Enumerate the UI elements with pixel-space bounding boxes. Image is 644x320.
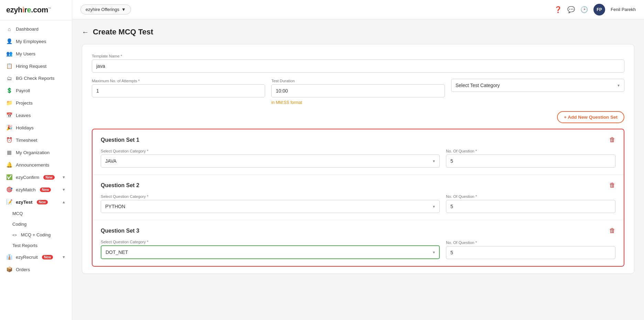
page-header: ← Create MCQ Test	[82, 28, 634, 36]
sidebar-item-label: Payroll	[16, 88, 30, 93]
sidebar-item-holidays[interactable]: 🎉 Holidays	[0, 121, 72, 134]
topbar: ezyhire Offerings ▼ ❓ 💬 🕑 FP Fenil Parek…	[72, 0, 644, 19]
qs2-count-label: No. Of Question *	[446, 194, 615, 199]
topbar-left: ezyhire Offerings ▼	[80, 4, 131, 14]
qs2-delete-button[interactable]: 🗑	[609, 182, 615, 189]
timesheet-icon: ⏰	[6, 137, 12, 143]
sidebar-item-ezyrecruit[interactable]: 👔 ezyRecruit New ▼	[0, 251, 72, 263]
sidebar-item-coding[interactable]: Coding	[0, 219, 72, 230]
ezyconfirm-icon: ✅	[6, 174, 12, 180]
sidebar-item-label: ezyRecruit	[16, 255, 38, 260]
duration-hint: in MM:SS format	[271, 100, 445, 105]
qs2-title: Question Set 2	[101, 182, 139, 189]
ezymatch-badge: New	[40, 188, 51, 192]
qs2-count-input[interactable]	[446, 200, 615, 213]
sidebar-item-label: MCQ	[12, 211, 23, 216]
hiring-icon: 📋	[6, 63, 12, 69]
qs3-count-input[interactable]	[446, 246, 615, 259]
form-card: Template Name * java Maximum No. of Atte…	[82, 44, 634, 274]
offerings-button[interactable]: ezyhire Offerings ▼	[80, 4, 131, 14]
back-button[interactable]: ←	[82, 28, 89, 36]
page-title: Create MCQ Test	[93, 28, 153, 36]
sidebar: ezyhire.com™ ⌂ Dashboard 👤 My Employees …	[0, 0, 72, 320]
chevron-icon: ▼	[62, 188, 66, 192]
sidebar-item-my-users[interactable]: 👥 My Users	[0, 47, 72, 60]
qs1-header: Question Set 1 🗑	[101, 136, 615, 143]
sidebar-item-announcements[interactable]: 🔔 Announcements	[0, 159, 72, 171]
sidebar-item-hiring-request[interactable]: 📋 Hiring Request	[0, 60, 72, 72]
sidebar-item-projects[interactable]: 📁 Projects	[0, 97, 72, 109]
dashboard-icon: ⌂	[6, 26, 12, 32]
qs3-fields: Select Question Category * JAVA PYTHON D…	[101, 240, 615, 259]
sidebar-item-label: Hiring Request	[16, 64, 46, 69]
template-name-row: Template Name * java	[92, 54, 624, 73]
sidebar-item-timesheet[interactable]: ⏰ Timesheet	[0, 134, 72, 146]
topbar-right: ❓ 💬 🕑 FP Fenil Parekh	[554, 4, 636, 15]
qs3-count-label: No. Of Question *	[446, 241, 615, 245]
test-duration-label: Test Duration	[271, 79, 445, 83]
sidebar-item-bg-check[interactable]: 🗂 BG Check Reports	[0, 72, 72, 84]
sidebar-item-label: Leaves	[16, 113, 31, 118]
sidebar-item-label: Orders	[16, 267, 30, 272]
ezytest-icon: 📝	[6, 199, 12, 205]
qs2-category-select[interactable]: JAVA PYTHON DOT_NET	[101, 200, 440, 213]
qs1-delete-button[interactable]: 🗑	[609, 136, 615, 143]
sidebar-item-label: ezyTest	[16, 200, 33, 205]
template-name-input[interactable]: java	[92, 60, 624, 73]
qs3-header: Question Set 3 🗑	[101, 227, 615, 234]
help-icon[interactable]: ❓	[554, 6, 562, 13]
question-set-2: Question Set 2 🗑 Select Question Categor…	[92, 175, 624, 220]
qs3-count-group: No. Of Question *	[446, 241, 615, 259]
mcq-coding-icon: <>	[12, 233, 17, 237]
sidebar-item-label: My Employees	[16, 39, 46, 44]
sidebar-item-mcq-coding[interactable]: <> MCQ + Coding	[0, 230, 72, 240]
add-new-question-set-button[interactable]: + Add New Question Set	[557, 111, 624, 123]
ezymatch-icon: 🎯	[6, 186, 12, 193]
qs3-category-wrapper: JAVA PYTHON DOT_NET	[101, 245, 440, 259]
user-name[interactable]: Fenil Parekh	[611, 7, 636, 12]
messages-icon[interactable]: 💬	[567, 6, 575, 13]
sidebar-item-mcq[interactable]: MCQ	[0, 208, 72, 219]
sidebar-item-orders[interactable]: 📦 Orders	[0, 263, 72, 276]
sidebar-item-ezymatch[interactable]: 🎯 ezyMatch New ▼	[0, 183, 72, 196]
sidebar-item-label: ezyMatch	[16, 187, 36, 192]
qs2-category-wrapper: JAVA PYTHON DOT_NET	[101, 200, 440, 213]
sidebar-item-label: ezyConfirm	[16, 175, 39, 180]
qs3-delete-button[interactable]: 🗑	[609, 227, 615, 234]
qs1-fields: Select Question Category * JAVA PYTHON D…	[101, 149, 615, 168]
avatar[interactable]: FP	[593, 4, 605, 15]
qs2-fields: Select Question Category * JAVA PYTHON D…	[101, 194, 615, 213]
qs2-count-group: No. Of Question *	[446, 194, 615, 213]
sidebar-item-my-organization[interactable]: ▦ My Organization	[0, 146, 72, 159]
max-attempts-group: Maximum No. of Attempts *	[92, 79, 265, 97]
qs3-category-select[interactable]: JAVA PYTHON DOT_NET	[101, 245, 440, 259]
bgcheck-icon: 🗂	[6, 75, 12, 81]
sidebar-item-label: BG Check Reports	[16, 76, 55, 81]
question-set-3: Question Set 3 🗑 Select Question Categor…	[92, 220, 624, 266]
chevron-icon: ▼	[62, 255, 66, 259]
history-icon[interactable]: 🕑	[580, 6, 588, 13]
orders-icon: 📦	[6, 266, 12, 273]
chevron-down-icon: ▼	[121, 7, 126, 12]
sidebar-item-dashboard[interactable]: ⌂ Dashboard	[0, 23, 72, 35]
sidebar-item-label: Dashboard	[16, 26, 39, 32]
qs1-count-input[interactable]	[446, 154, 615, 168]
sidebar-item-ezytest[interactable]: 📝 ezyTest New ▲	[0, 196, 72, 208]
users-icon: 👥	[6, 51, 12, 57]
test-duration-input[interactable]	[271, 84, 445, 97]
qs1-category-select[interactable]: JAVA PYTHON DOT_NET	[101, 154, 440, 168]
sidebar-item-leaves[interactable]: 📅 Leaves	[0, 109, 72, 121]
employees-icon: 👤	[6, 38, 12, 44]
sidebar-item-label: Holidays	[16, 125, 34, 130]
sidebar-item-test-reports[interactable]: Test Reports	[0, 240, 72, 251]
leaves-icon: 📅	[6, 112, 12, 118]
ezyrecruit-icon: 👔	[6, 254, 12, 260]
test-category-select[interactable]: Select Test Category	[451, 79, 624, 92]
max-attempts-label: Maximum No. of Attempts *	[92, 79, 265, 83]
main-content: ezyhire Offerings ▼ ❓ 💬 🕑 FP Fenil Parek…	[72, 0, 644, 320]
sidebar-item-ezyconfirm[interactable]: ✅ ezyConfirm New ▼	[0, 171, 72, 183]
max-attempts-input[interactable]	[92, 84, 265, 97]
offerings-label: ezyhire Offerings	[86, 7, 119, 12]
sidebar-item-my-employees[interactable]: 👤 My Employees	[0, 35, 72, 47]
sidebar-item-payroll[interactable]: 💲 Payroll	[0, 84, 72, 97]
